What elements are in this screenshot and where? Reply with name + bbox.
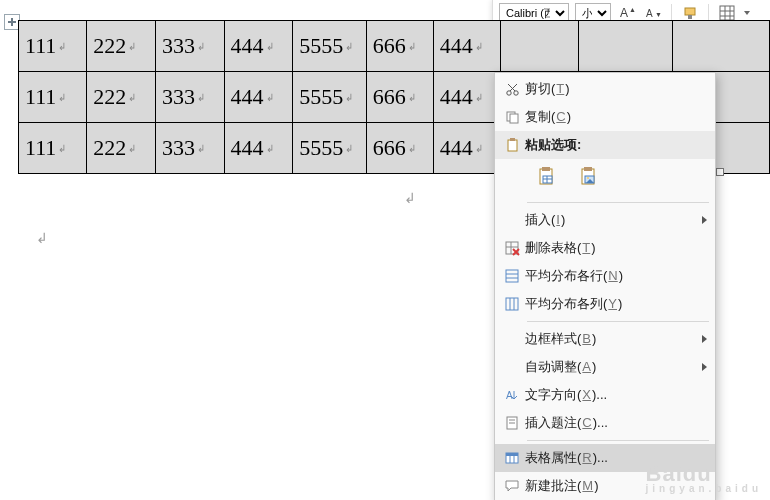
cell-end-mark-icon: ↲ [128, 41, 136, 52]
table-cell[interactable]: 5555↲ [293, 21, 367, 72]
menu-cut[interactable]: 剪切(T) [495, 75, 715, 103]
paragraph-mark-icon: ↲ [36, 230, 48, 246]
cell-end-mark-icon: ↲ [345, 92, 353, 103]
cell-end-mark-icon: ↲ [128, 92, 136, 103]
table-cell[interactable]: 444↲ [433, 21, 500, 72]
menu-text-direction[interactable]: A 文字方向(X)... [495, 381, 715, 409]
comment-icon [499, 478, 525, 494]
table-cell[interactable]: 444↲ [224, 72, 293, 123]
svg-rect-23 [510, 114, 518, 123]
cell-end-mark-icon: ↲ [197, 41, 205, 52]
table-properties-icon [499, 450, 525, 466]
paste-nest-table-icon[interactable] [531, 161, 563, 193]
table-cell[interactable]: 333↲ [155, 72, 224, 123]
cell-end-mark-icon: ↲ [58, 92, 66, 103]
table-cell[interactable] [500, 21, 579, 72]
table-cell[interactable] [579, 21, 673, 72]
cell-end-mark-icon: ↲ [345, 143, 353, 154]
paragraph-mark-icon: ↲ [404, 190, 416, 206]
cell-end-mark-icon: ↲ [58, 41, 66, 52]
menu-distribute-cols[interactable]: 平均分布各列(Y) [495, 290, 715, 318]
table-resize-handle-icon[interactable] [716, 168, 724, 176]
table-cell[interactable]: 333↲ [155, 123, 224, 174]
svg-point-18 [507, 91, 511, 95]
menu-new-comment[interactable]: 新建批注(M) [495, 472, 715, 500]
table-cell[interactable]: 666↲ [366, 123, 433, 174]
cell-end-mark-icon: ↲ [197, 143, 205, 154]
svg-text:▲: ▲ [629, 6, 635, 13]
svg-rect-25 [510, 138, 515, 141]
cell-end-mark-icon: ↲ [197, 92, 205, 103]
table-cell[interactable]: 666↲ [366, 72, 433, 123]
table-cell[interactable]: 222↲ [87, 21, 156, 72]
cell-end-mark-icon: ↲ [266, 92, 274, 103]
submenu-arrow-icon [702, 335, 707, 343]
svg-text:A: A [646, 8, 653, 19]
table-cell[interactable]: 444↲ [224, 21, 293, 72]
table-cell[interactable]: 444↲ [224, 123, 293, 174]
cell-end-mark-icon: ↲ [475, 41, 483, 52]
svg-text:A: A [620, 6, 628, 20]
menu-table-properties[interactable]: 表格属性(R)... [495, 444, 715, 472]
table-cell[interactable]: 444↲ [433, 72, 500, 123]
scissors-icon [499, 81, 525, 97]
svg-rect-5 [688, 15, 692, 19]
distribute-cols-icon [499, 296, 525, 312]
cell-end-mark-icon: ↲ [475, 143, 483, 154]
submenu-arrow-icon [702, 363, 707, 371]
table-cell[interactable]: 666↲ [366, 21, 433, 72]
cell-end-mark-icon: ↲ [58, 143, 66, 154]
paste-as-picture-icon[interactable] [573, 161, 605, 193]
table-cell[interactable] [672, 21, 769, 72]
paste-options-row [495, 159, 715, 199]
context-menu: 剪切(T) 复制(C) 粘贴选项: 插入(I) 删除表格(T) 平均分布各行(N… [494, 72, 716, 500]
menu-paste-options-header: 粘贴选项: [495, 131, 715, 159]
table-cell[interactable]: 5555↲ [293, 72, 367, 123]
svg-point-19 [514, 91, 518, 95]
distribute-rows-icon [499, 268, 525, 284]
cell-end-mark-icon: ↲ [128, 143, 136, 154]
cell-end-mark-icon: ↲ [266, 41, 274, 52]
table-cell[interactable]: 111↲ [19, 123, 87, 174]
copy-icon [499, 109, 525, 125]
svg-rect-51 [506, 453, 518, 456]
cell-end-mark-icon: ↲ [475, 92, 483, 103]
menu-insert[interactable]: 插入(I) [495, 206, 715, 234]
svg-rect-6 [720, 6, 734, 20]
cell-end-mark-icon: ↲ [408, 41, 416, 52]
table-cell[interactable]: 222↲ [87, 123, 156, 174]
table-cell[interactable]: 444↲ [433, 123, 500, 174]
svg-rect-24 [508, 140, 517, 151]
cell-end-mark-icon: ↲ [345, 41, 353, 52]
svg-point-34 [587, 177, 589, 179]
menu-insert-caption[interactable]: 插入题注(C)... [495, 409, 715, 437]
svg-rect-40 [506, 270, 518, 282]
submenu-arrow-icon [702, 216, 707, 224]
menu-autofit[interactable]: 自动调整(A) [495, 353, 715, 381]
svg-text:A: A [506, 390, 513, 401]
svg-rect-43 [506, 298, 518, 310]
table-cell[interactable]: 111↲ [19, 21, 87, 72]
delete-table-icon [499, 240, 525, 256]
table-cell[interactable]: 111↲ [19, 72, 87, 123]
menu-border-style[interactable]: 边框样式(B) [495, 325, 715, 353]
menu-distribute-rows[interactable]: 平均分布各行(N) [495, 262, 715, 290]
table-cell[interactable]: 333↲ [155, 21, 224, 72]
cell-end-mark-icon: ↲ [408, 92, 416, 103]
cell-end-mark-icon: ↲ [266, 143, 274, 154]
text-direction-icon: A [499, 387, 525, 403]
table-cell[interactable]: 5555↲ [293, 123, 367, 174]
menu-copy[interactable]: 复制(C) [495, 103, 715, 131]
clipboard-icon [499, 137, 525, 153]
table-row[interactable]: 111↲222↲333↲444↲5555↲666↲444↲ [19, 21, 770, 72]
svg-rect-4 [685, 8, 695, 15]
svg-rect-27 [542, 167, 550, 171]
svg-rect-32 [584, 167, 592, 171]
svg-text:▼: ▼ [655, 11, 661, 18]
caption-icon [499, 415, 525, 431]
menu-delete-table[interactable]: 删除表格(T) [495, 234, 715, 262]
table-cell[interactable]: 222↲ [87, 72, 156, 123]
cell-end-mark-icon: ↲ [408, 143, 416, 154]
